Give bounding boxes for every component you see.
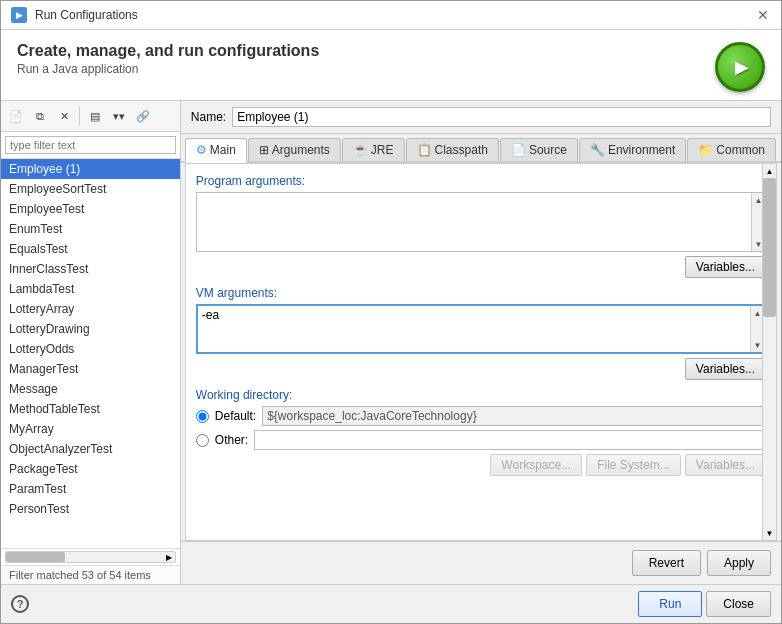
window-close-button[interactable]: ✕	[755, 7, 771, 23]
help-icon[interactable]: ?	[11, 595, 29, 613]
list-item[interactable]: EqualsTest	[1, 239, 180, 259]
list-item[interactable]: LotteryDrawing	[1, 319, 180, 339]
default-radio-label: Default:	[215, 409, 256, 423]
workspace-button: Workspace...	[490, 454, 582, 476]
variables-button-2[interactable]: Variables...	[685, 358, 766, 380]
dialog-header: Create, manage, and run configurations R…	[1, 30, 781, 101]
run-configurations-window: ▶ Run Configurations ✕ Create, manage, a…	[0, 0, 782, 624]
working-dir-label: Working directory:	[196, 388, 766, 402]
footer-buttons: Run Close	[638, 591, 771, 617]
list-item[interactable]: EmployeeSortTest	[1, 179, 180, 199]
list-item[interactable]: LotteryOdds	[1, 339, 180, 359]
program-args-wrapper: ▲ ▼	[196, 192, 766, 252]
delete-button[interactable]: ✕	[53, 105, 75, 127]
tab-source[interactable]: 📄 Source	[500, 138, 578, 161]
name-input[interactable]	[232, 107, 771, 127]
default-radio-row: Default:	[196, 406, 766, 426]
tab-common[interactable]: 📁 Common	[687, 138, 776, 161]
bottom-action-buttons: Revert Apply	[632, 550, 771, 576]
run-icon-button[interactable]	[715, 42, 765, 92]
tab-classpath[interactable]: 📋 Classpath	[406, 138, 499, 161]
working-dir-section: Working directory: Default: Other: Works…	[196, 388, 766, 476]
arguments-tab-icon: ⊞	[259, 143, 269, 157]
content-scroll-down[interactable]: ▼	[763, 526, 776, 540]
other-radio[interactable]	[196, 434, 209, 447]
list-item[interactable]: LotteryArray	[1, 299, 180, 319]
program-args-input[interactable]	[197, 193, 749, 251]
source-tab-label: Source	[529, 143, 567, 157]
tab-content-main: Program arguments: ▲ ▼ Variables... VM a…	[185, 163, 777, 541]
program-args-label: Program arguments:	[196, 174, 766, 188]
window-title: Run Configurations	[35, 8, 138, 22]
default-dir-input	[262, 406, 766, 426]
toolbar-separator	[79, 107, 80, 125]
main-tab-icon: ⚙	[196, 143, 207, 157]
variables-button-1[interactable]: Variables...	[685, 256, 766, 278]
bottom-bar: Revert Apply	[181, 541, 781, 584]
source-tab-icon: 📄	[511, 143, 526, 157]
window-icon: ▶	[11, 7, 27, 23]
filter-button[interactable]: ▤	[84, 105, 106, 127]
tab-main[interactable]: ⚙ Main	[185, 138, 247, 163]
tab-jre[interactable]: ☕ JRE	[342, 138, 405, 161]
list-item[interactable]: PackageTest	[1, 459, 180, 479]
list-item[interactable]: ManagerTest	[1, 359, 180, 379]
name-row: Name:	[181, 101, 781, 134]
list-item[interactable]: InnerClassTest	[1, 259, 180, 279]
revert-button[interactable]: Revert	[632, 550, 701, 576]
main-content: 📄 ⧉ ✕ ▤ ▾▾ 🔗 Employee (1) EmployeeSortTe…	[1, 101, 781, 584]
filter-status: Filter matched 53 of 54 items	[1, 565, 180, 584]
sidebar: 📄 ⧉ ✕ ▤ ▾▾ 🔗 Employee (1) EmployeeSortTe…	[1, 101, 181, 584]
duplicate-button[interactable]: ⧉	[29, 105, 51, 127]
sidebar-filter[interactable]	[1, 132, 180, 159]
list-item[interactable]: ObjectAnalyzerTest	[1, 439, 180, 459]
list-item[interactable]: ParamTest	[1, 479, 180, 499]
new-config-button[interactable]: 📄	[5, 105, 27, 127]
sidebar-toolbar: 📄 ⧉ ✕ ▤ ▾▾ 🔗	[1, 101, 180, 132]
list-item[interactable]: MyArray	[1, 419, 180, 439]
vm-args-label: VM arguments:	[196, 286, 766, 300]
tab-arguments[interactable]: ⊞ Arguments	[248, 138, 341, 161]
list-item[interactable]: LambdaTest	[1, 279, 180, 299]
title-bar: ▶ Run Configurations ✕	[1, 1, 781, 30]
workspace-buttons-row: Workspace... File System... Variables...	[196, 454, 766, 476]
common-tab-icon: 📁	[698, 143, 713, 157]
jre-tab-label: JRE	[371, 143, 394, 157]
tab-environment[interactable]: 🔧 Environment	[579, 138, 686, 161]
content-scroll-track	[763, 178, 776, 526]
vm-args-wrapper: -ea ▲ ▼	[196, 304, 766, 354]
variables-button-3: Variables...	[685, 454, 766, 476]
classpath-tab-icon: 📋	[417, 143, 432, 157]
content-scroll-thumb	[763, 178, 776, 317]
main-tab-label: Main	[210, 143, 236, 157]
apply-button[interactable]: Apply	[707, 550, 771, 576]
list-item[interactable]: EnumTest	[1, 219, 180, 239]
tabs-bar: ⚙ Main ⊞ Arguments ☕ JRE 📋 Classpath 📄	[181, 134, 781, 163]
list-item[interactable]: MethodTableTest	[1, 399, 180, 419]
variables-btn-row-1: Variables...	[196, 256, 766, 278]
arguments-tab-label: Arguments	[272, 143, 330, 157]
collapse-button[interactable]: ▾▾	[108, 105, 130, 127]
other-radio-row: Other:	[196, 430, 766, 450]
list-item[interactable]: Message	[1, 379, 180, 399]
filter-input[interactable]	[5, 136, 176, 154]
other-dir-input[interactable]	[254, 430, 766, 450]
environment-tab-label: Environment	[608, 143, 675, 157]
vm-args-input[interactable]: -ea	[198, 306, 748, 352]
link-button[interactable]: 🔗	[132, 105, 154, 127]
content-scrollbar[interactable]: ▲ ▼	[762, 164, 776, 540]
dialog-subtitle: Run a Java application	[17, 62, 319, 76]
list-item[interactable]: Employee (1)	[1, 159, 180, 179]
list-item[interactable]: PersonTest	[1, 499, 180, 519]
other-radio-label: Other:	[215, 433, 248, 447]
sidebar-list: Employee (1) EmployeeSortTest EmployeeTe…	[1, 159, 180, 548]
content-scroll-up[interactable]: ▲	[763, 164, 776, 178]
run-button[interactable]: Run	[638, 591, 702, 617]
close-button[interactable]: Close	[706, 591, 771, 617]
variables-btn-row-2: Variables...	[196, 358, 766, 380]
name-label: Name:	[191, 110, 226, 124]
dialog-title: Create, manage, and run configurations	[17, 42, 319, 60]
list-item[interactable]: EmployeeTest	[1, 199, 180, 219]
environment-tab-icon: 🔧	[590, 143, 605, 157]
default-radio[interactable]	[196, 410, 209, 423]
